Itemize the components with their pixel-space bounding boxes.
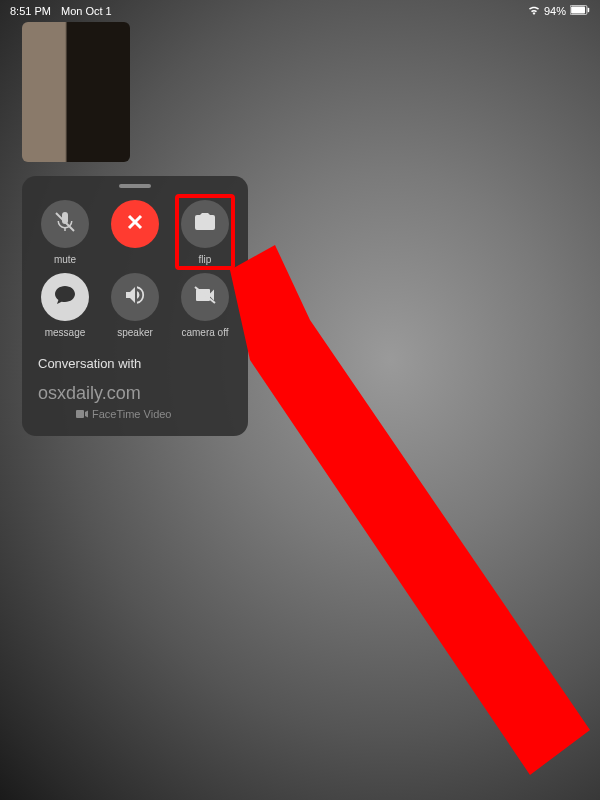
conversation-contact: osxdaily.com xyxy=(38,383,232,404)
message-icon xyxy=(53,283,77,311)
speaker-button[interactable]: speaker xyxy=(111,273,159,338)
self-view-pip[interactable] xyxy=(22,22,130,162)
camera-off-button[interactable]: camera off xyxy=(181,273,229,338)
message-label: message xyxy=(45,327,86,338)
camera-off-label: camera off xyxy=(181,327,228,338)
call-type-label: FaceTime Video xyxy=(92,408,171,420)
conversation-section: Conversation with osxdaily.com FaceTime … xyxy=(32,356,238,420)
end-call-button[interactable] xyxy=(111,200,159,265)
camera-off-icon xyxy=(193,283,217,311)
flip-camera-button[interactable]: flip xyxy=(181,200,229,265)
conversation-header: Conversation with xyxy=(38,356,232,371)
mute-button[interactable]: mute xyxy=(41,200,89,265)
wifi-icon xyxy=(528,5,540,17)
svg-rect-2 xyxy=(588,8,590,13)
close-icon xyxy=(123,210,147,238)
svg-rect-1 xyxy=(571,7,585,14)
battery-percent: 94% xyxy=(544,5,566,17)
svg-marker-8 xyxy=(230,245,590,775)
speaker-icon xyxy=(123,283,147,311)
drag-handle[interactable] xyxy=(119,184,151,188)
status-date: Mon Oct 1 xyxy=(61,5,112,17)
status-time: 8:51 PM xyxy=(10,5,51,17)
flip-label: flip xyxy=(199,254,212,265)
conversation-type: FaceTime Video xyxy=(38,408,232,420)
button-grid: mute flip me xyxy=(32,200,238,338)
microphone-off-icon xyxy=(53,210,77,238)
speaker-label: speaker xyxy=(117,327,153,338)
status-bar: 8:51 PM Mon Oct 1 94% xyxy=(0,0,600,22)
svg-rect-7 xyxy=(76,410,84,418)
call-controls-panel: mute flip me xyxy=(22,176,248,436)
battery-icon xyxy=(570,5,590,17)
message-button[interactable]: message xyxy=(41,273,89,338)
mute-label: mute xyxy=(54,254,76,265)
video-icon xyxy=(76,408,88,420)
camera-flip-icon xyxy=(193,210,217,238)
